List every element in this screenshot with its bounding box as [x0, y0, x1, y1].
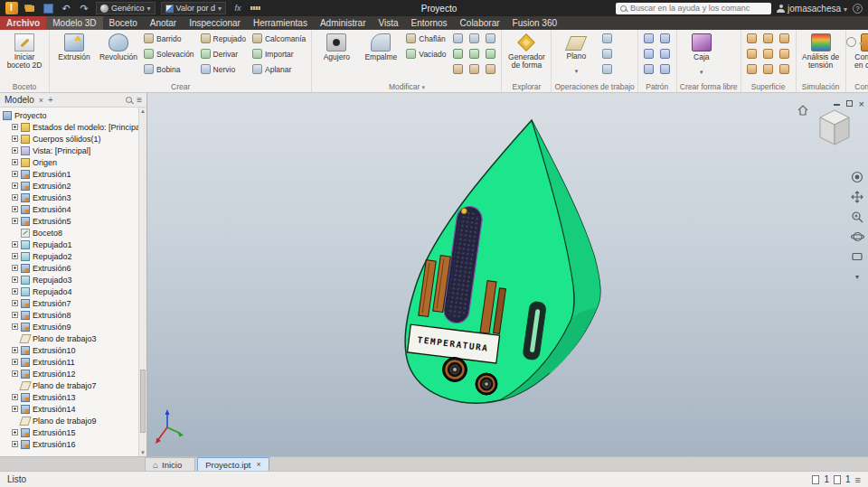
rectangular-pattern-button[interactable]	[641, 31, 657, 46]
look-at-icon[interactable]	[850, 250, 864, 263]
freeform-box-button[interactable]: Caja	[680, 31, 723, 77]
inventor-logo[interactable]	[5, 2, 18, 14]
expand-icon[interactable]	[12, 194, 18, 201]
zoom-icon[interactable]	[850, 211, 864, 223]
surface-tool-button[interactable]	[760, 31, 777, 46]
expand-icon[interactable]	[12, 171, 18, 177]
stress-analysis-button[interactable]: Análisis de tensión	[799, 31, 843, 70]
expand-icon[interactable]	[12, 429, 18, 435]
mirror-button[interactable]	[641, 61, 657, 77]
fillet-button[interactable]: Empalme	[359, 31, 402, 61]
tree-item[interactable]: Boceto8	[0, 227, 138, 239]
model-canvas[interactable]: TEMPERATURA	[147, 93, 868, 456]
tree-item[interactable]: Repujado3	[0, 274, 138, 286]
modify-tool-button[interactable]	[482, 61, 498, 77]
tree-item[interactable]: Extrusión2	[0, 180, 138, 192]
orbit-icon[interactable]	[850, 230, 864, 243]
expand-icon[interactable]	[12, 441, 18, 447]
start-2d-sketch-button[interactable]: Iniciar boceto 2D	[3, 31, 46, 70]
ribbon-small-button[interactable]: Aplanar	[250, 61, 308, 77]
navbar-more-icon[interactable]	[850, 270, 864, 283]
expand-icon[interactable]	[12, 288, 18, 295]
tree-item[interactable]: Extrusión13	[0, 391, 138, 403]
tree-item[interactable]: Extrusión3	[0, 192, 138, 203]
modify-tool-button[interactable]	[466, 46, 482, 61]
surface-tool-button[interactable]	[777, 46, 793, 61]
ribbon-tab[interactable]: Herramientas	[247, 16, 314, 30]
tree-item[interactable]: Proyecto	[0, 109, 138, 121]
tree-item[interactable]: Extrusión9	[0, 321, 138, 332]
scroll-up-icon[interactable]	[139, 108, 146, 115]
help-icon[interactable]	[853, 4, 863, 14]
ribbon-small-button[interactable]: Chaflán	[403, 31, 448, 46]
close-icon[interactable]	[39, 95, 43, 105]
expand-icon[interactable]	[12, 206, 18, 212]
modify-tool-button[interactable]	[482, 31, 498, 46]
tree-item[interactable]: Extrusión1	[0, 168, 138, 180]
search-input[interactable]	[630, 4, 762, 13]
tree-item[interactable]: Plano de trabajo7	[0, 379, 138, 391]
ribbon-small-button[interactable]: Solevación	[141, 46, 197, 61]
tree-item[interactable]: Extrusión4	[0, 203, 138, 215]
tree-item[interactable]: Extrusión6	[0, 262, 138, 274]
pattern-tool-button[interactable]	[657, 31, 674, 46]
scrollbar-thumb[interactable]	[140, 370, 146, 433]
modify-tool-button[interactable]	[449, 31, 466, 46]
surface-tool-button[interactable]	[744, 31, 760, 46]
tree-item[interactable]: Plano de trabajo9	[0, 415, 138, 426]
surface-tool-button[interactable]	[744, 46, 760, 61]
tree-item[interactable]: Extrusión10	[0, 344, 138, 356]
tree-item[interactable]: Extrusión12	[0, 368, 138, 379]
ribbon-small-button[interactable]: Barrido	[141, 31, 197, 46]
menu-icon[interactable]	[855, 474, 861, 485]
expand-icon[interactable]	[12, 265, 18, 271]
ribbon-small-button[interactable]: Vaciado	[403, 46, 448, 61]
ribbon-small-button[interactable]: Repujado	[198, 31, 249, 46]
tree-item[interactable]: Origen	[0, 156, 138, 168]
group-label-modificar[interactable]: Modificar	[315, 81, 498, 92]
expand-icon[interactable]	[12, 124, 18, 130]
hole-button[interactable]: Agujero	[315, 31, 358, 61]
expand-icon[interactable]	[12, 183, 18, 189]
revolve-button[interactable]: Revolución	[97, 31, 140, 61]
undo-icon[interactable]	[60, 2, 72, 14]
ribbon-tab[interactable]: Anotar	[144, 16, 183, 30]
navigation-wheel-icon[interactable]	[850, 171, 864, 183]
work-point-button[interactable]	[599, 46, 615, 61]
tree-item[interactable]: Extrusión15	[0, 426, 138, 438]
surface-tool-button[interactable]	[760, 61, 777, 77]
expand-icon[interactable]	[12, 147, 18, 154]
tree-item[interactable]: Extrusión7	[0, 297, 138, 309]
ribbon-tab[interactable]: Vista	[373, 16, 405, 30]
expand-icon[interactable]	[12, 300, 18, 306]
expand-icon[interactable]	[12, 359, 18, 365]
ribbon-tab[interactable]: Modelo 3D	[46, 16, 102, 30]
parameters-icon[interactable]	[231, 2, 244, 14]
pattern-tool-button[interactable]	[657, 46, 674, 61]
tree-item[interactable]: Extrusión8	[0, 309, 138, 321]
search-icon[interactable]	[126, 97, 132, 103]
save-icon[interactable]	[42, 2, 54, 14]
expand-icon[interactable]	[12, 323, 18, 330]
viewport-3d[interactable]: TEMPERATURA	[147, 93, 868, 456]
tree-item[interactable]: Extrusión16	[0, 438, 138, 450]
ribbon-small-button[interactable]: Importar	[250, 46, 308, 61]
viewcube-home-icon[interactable]	[797, 104, 809, 120]
appearance-dropdown[interactable]: Valor por d	[161, 2, 226, 14]
restore-icon[interactable]	[846, 100, 853, 107]
knob-large[interactable]	[443, 358, 467, 382]
expand-icon[interactable]	[12, 370, 18, 377]
modify-tool-button[interactable]	[466, 31, 482, 46]
minimize-icon[interactable]	[834, 104, 840, 106]
knob-small[interactable]	[476, 373, 497, 395]
ribbon-tab[interactable]: Colaborar	[454, 16, 506, 30]
expand-icon[interactable]	[12, 406, 18, 412]
ribbon-small-button[interactable]: Bobina	[141, 61, 197, 77]
circular-pattern-button[interactable]	[641, 46, 657, 61]
expand-icon[interactable]	[12, 218, 18, 224]
ribbon-tab[interactable]: Boceto	[103, 16, 144, 30]
expand-icon[interactable]	[12, 276, 18, 283]
modify-tool-button[interactable]	[466, 61, 482, 77]
tree-item[interactable]: Plano de trabajo3	[0, 332, 138, 344]
expand-icon[interactable]	[12, 312, 18, 318]
